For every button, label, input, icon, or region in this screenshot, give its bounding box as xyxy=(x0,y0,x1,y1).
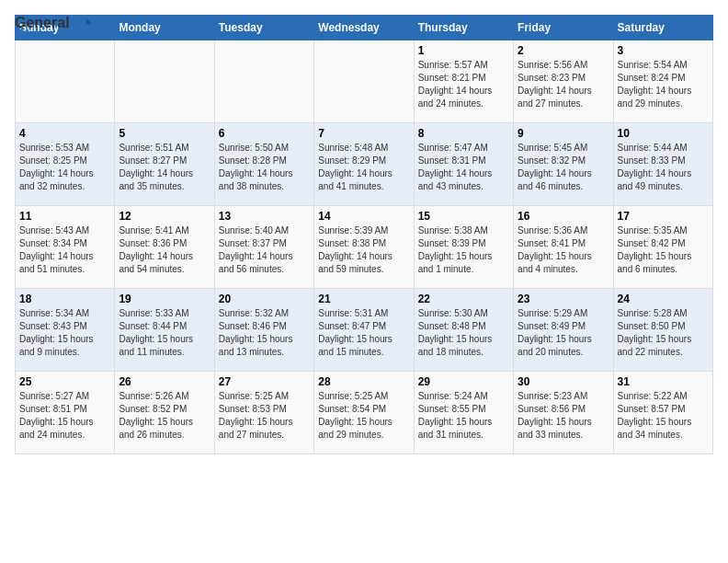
day-content: Sunrise: 5:48 AM Sunset: 8:29 PM Dayligh… xyxy=(318,142,409,193)
logo-block: General Blue xyxy=(15,15,92,44)
day-content: Sunrise: 5:23 AM Sunset: 8:56 PM Dayligh… xyxy=(518,390,609,442)
day-cell: 12Sunrise: 5:41 AM Sunset: 8:36 PM Dayli… xyxy=(115,206,214,289)
day-number: 17 xyxy=(618,210,709,223)
day-cell: 5Sunrise: 5:51 AM Sunset: 8:27 PM Daylig… xyxy=(115,123,214,206)
day-cell: 7Sunrise: 5:48 AM Sunset: 8:29 PM Daylig… xyxy=(314,123,414,206)
day-cell: 29Sunrise: 5:24 AM Sunset: 8:55 PM Dayli… xyxy=(414,372,513,454)
day-cell: 27Sunrise: 5:25 AM Sunset: 8:53 PM Dayli… xyxy=(214,372,313,454)
day-header-saturday: Saturday xyxy=(613,16,712,40)
day-cell: 23Sunrise: 5:29 AM Sunset: 8:49 PM Dayli… xyxy=(514,289,613,372)
day-content: Sunrise: 5:50 AM Sunset: 8:28 PM Dayligh… xyxy=(219,142,310,193)
day-cell: 9Sunrise: 5:45 AM Sunset: 8:32 PM Daylig… xyxy=(514,123,613,206)
day-cell: 16Sunrise: 5:36 AM Sunset: 8:41 PM Dayli… xyxy=(514,206,613,289)
day-content: Sunrise: 5:53 AM Sunset: 8:25 PM Dayligh… xyxy=(19,142,110,193)
day-cell: 30Sunrise: 5:23 AM Sunset: 8:56 PM Dayli… xyxy=(514,372,613,454)
day-number: 20 xyxy=(219,293,310,305)
day-cell: 13Sunrise: 5:40 AM Sunset: 8:37 PM Dayli… xyxy=(214,206,313,289)
day-content: Sunrise: 5:25 AM Sunset: 8:54 PM Dayligh… xyxy=(318,390,409,442)
day-cell: 15Sunrise: 5:38 AM Sunset: 8:39 PM Dayli… xyxy=(414,206,513,289)
day-content: Sunrise: 5:51 AM Sunset: 8:27 PM Dayligh… xyxy=(119,142,210,193)
day-content: Sunrise: 5:38 AM Sunset: 8:39 PM Dayligh… xyxy=(418,224,509,276)
day-content: Sunrise: 5:31 AM Sunset: 8:47 PM Dayligh… xyxy=(318,307,409,359)
day-number: 29 xyxy=(418,375,509,388)
day-content: Sunrise: 5:33 AM Sunset: 8:44 PM Dayligh… xyxy=(119,307,210,359)
day-content: Sunrise: 5:26 AM Sunset: 8:52 PM Dayligh… xyxy=(119,390,210,442)
day-number: 8 xyxy=(418,127,509,140)
day-cell: 25Sunrise: 5:27 AM Sunset: 8:51 PM Dayli… xyxy=(16,372,115,454)
day-content: Sunrise: 5:28 AM Sunset: 8:50 PM Dayligh… xyxy=(618,307,709,359)
day-cell: 3Sunrise: 5:54 AM Sunset: 8:24 PM Daylig… xyxy=(613,40,712,123)
day-number: 14 xyxy=(318,210,409,223)
svg-marker-4 xyxy=(86,18,92,24)
day-content: Sunrise: 5:45 AM Sunset: 8:32 PM Dayligh… xyxy=(518,142,609,193)
day-content: Sunrise: 5:34 AM Sunset: 8:43 PM Dayligh… xyxy=(19,307,110,359)
day-cell xyxy=(314,40,414,123)
day-number: 16 xyxy=(518,210,609,223)
day-header-monday: Monday xyxy=(115,16,214,40)
day-number: 31 xyxy=(618,375,709,388)
day-header-friday: Friday xyxy=(514,16,613,40)
day-content: Sunrise: 5:41 AM Sunset: 8:36 PM Dayligh… xyxy=(119,224,210,276)
logo-blue: Blue xyxy=(15,28,47,44)
day-number: 9 xyxy=(518,127,609,140)
day-header-tuesday: Tuesday xyxy=(214,16,313,40)
day-cell: 26Sunrise: 5:26 AM Sunset: 8:52 PM Dayli… xyxy=(115,372,214,454)
day-content: Sunrise: 5:44 AM Sunset: 8:33 PM Dayligh… xyxy=(618,142,709,193)
day-header-wednesday: Wednesday xyxy=(314,16,414,40)
day-cell: 24Sunrise: 5:28 AM Sunset: 8:50 PM Dayli… xyxy=(613,289,712,372)
day-content: Sunrise: 5:36 AM Sunset: 8:41 PM Dayligh… xyxy=(518,224,609,276)
day-cell: 14Sunrise: 5:39 AM Sunset: 8:38 PM Dayli… xyxy=(314,206,414,289)
day-number: 21 xyxy=(318,293,409,305)
day-content: Sunrise: 5:22 AM Sunset: 8:57 PM Dayligh… xyxy=(618,390,709,442)
week-row-4: 18Sunrise: 5:34 AM Sunset: 8:43 PM Dayli… xyxy=(16,289,713,372)
day-number: 1 xyxy=(418,44,509,57)
day-number: 26 xyxy=(119,375,210,388)
day-cell: 4Sunrise: 5:53 AM Sunset: 8:25 PM Daylig… xyxy=(16,123,115,206)
day-cell: 17Sunrise: 5:35 AM Sunset: 8:42 PM Dayli… xyxy=(613,206,712,289)
day-number: 22 xyxy=(418,293,509,305)
day-number: 7 xyxy=(318,127,409,140)
day-cell: 21Sunrise: 5:31 AM Sunset: 8:47 PM Dayli… xyxy=(314,289,414,372)
day-cell: 10Sunrise: 5:44 AM Sunset: 8:33 PM Dayli… xyxy=(613,123,712,206)
day-cell: 20Sunrise: 5:32 AM Sunset: 8:46 PM Dayli… xyxy=(214,289,313,372)
day-number: 3 xyxy=(618,44,709,57)
day-number: 23 xyxy=(518,293,609,305)
calendar-table: SundayMondayTuesdayWednesdayThursdayFrid… xyxy=(15,15,713,454)
week-row-3: 11Sunrise: 5:43 AM Sunset: 8:34 PM Dayli… xyxy=(16,206,713,289)
day-cell: 22Sunrise: 5:30 AM Sunset: 8:48 PM Dayli… xyxy=(414,289,513,372)
day-content: Sunrise: 5:47 AM Sunset: 8:31 PM Dayligh… xyxy=(418,142,509,193)
day-cell: 2Sunrise: 5:56 AM Sunset: 8:23 PM Daylig… xyxy=(514,40,613,123)
day-content: Sunrise: 5:56 AM Sunset: 8:23 PM Dayligh… xyxy=(518,59,609,110)
day-content: Sunrise: 5:30 AM Sunset: 8:48 PM Dayligh… xyxy=(418,307,509,359)
day-content: Sunrise: 5:25 AM Sunset: 8:53 PM Dayligh… xyxy=(219,390,310,442)
day-number: 12 xyxy=(119,210,210,223)
day-content: Sunrise: 5:40 AM Sunset: 8:37 PM Dayligh… xyxy=(219,224,310,276)
day-cell: 31Sunrise: 5:22 AM Sunset: 8:57 PM Dayli… xyxy=(613,372,712,454)
day-number: 18 xyxy=(19,293,110,305)
day-content: Sunrise: 5:43 AM Sunset: 8:34 PM Dayligh… xyxy=(19,224,110,276)
day-header-thursday: Thursday xyxy=(414,16,513,40)
day-number: 27 xyxy=(219,375,310,388)
day-cell: 19Sunrise: 5:33 AM Sunset: 8:44 PM Dayli… xyxy=(115,289,214,372)
day-number: 10 xyxy=(618,127,709,140)
day-content: Sunrise: 5:32 AM Sunset: 8:46 PM Dayligh… xyxy=(219,307,310,359)
day-content: Sunrise: 5:39 AM Sunset: 8:38 PM Dayligh… xyxy=(318,224,409,276)
week-row-5: 25Sunrise: 5:27 AM Sunset: 8:51 PM Dayli… xyxy=(16,372,713,454)
day-cell xyxy=(115,40,214,123)
logo-bird-icon xyxy=(72,15,92,31)
day-cell: 18Sunrise: 5:34 AM Sunset: 8:43 PM Dayli… xyxy=(16,289,115,372)
day-cell xyxy=(214,40,313,123)
day-content: Sunrise: 5:57 AM Sunset: 8:21 PM Dayligh… xyxy=(418,59,509,110)
day-number: 30 xyxy=(518,375,609,388)
day-content: Sunrise: 5:29 AM Sunset: 8:49 PM Dayligh… xyxy=(518,307,609,359)
day-cell: 11Sunrise: 5:43 AM Sunset: 8:34 PM Dayli… xyxy=(16,206,115,289)
day-number: 2 xyxy=(518,44,609,57)
day-content: Sunrise: 5:24 AM Sunset: 8:55 PM Dayligh… xyxy=(418,390,509,442)
week-row-1: 1Sunrise: 5:57 AM Sunset: 8:21 PM Daylig… xyxy=(16,40,713,123)
day-cell: 1Sunrise: 5:57 AM Sunset: 8:21 PM Daylig… xyxy=(414,40,513,123)
day-cell: 28Sunrise: 5:25 AM Sunset: 8:54 PM Dayli… xyxy=(314,372,414,454)
day-cell xyxy=(16,40,115,123)
day-number: 6 xyxy=(219,127,310,140)
day-cell: 6Sunrise: 5:50 AM Sunset: 8:28 PM Daylig… xyxy=(214,123,313,206)
day-content: Sunrise: 5:54 AM Sunset: 8:24 PM Dayligh… xyxy=(618,59,709,110)
